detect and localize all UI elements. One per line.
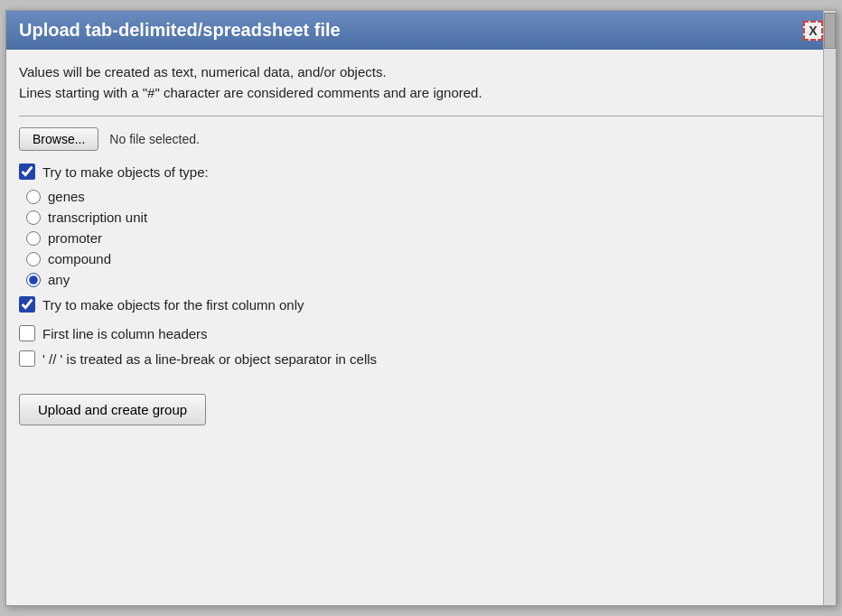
first-line-headers-label: First line is column headers: [42, 326, 208, 341]
dialog-title: Upload tab-delimited/spreadsheet file: [19, 20, 341, 41]
first-line-headers-checkbox[interactable]: [19, 325, 35, 341]
radio-promoter-label: promoter: [48, 230, 102, 246]
description-line2: Lines starting with a "#" character are …: [19, 83, 823, 104]
first-column-only-label: Try to make objects for the first column…: [42, 297, 304, 313]
line-break-checkbox[interactable]: [19, 350, 35, 367]
radio-row-transcription-unit: transcription unit: [26, 210, 823, 225]
radio-transcription-unit[interactable]: [26, 210, 41, 225]
radio-any-label: any: [48, 272, 70, 287]
make-objects-label: Try to make objects of type:: [42, 164, 209, 180]
extra-options-section: First line is column headers ' // ' is t…: [19, 325, 823, 367]
make-objects-row: Try to make objects of type:: [19, 163, 823, 180]
upload-and-create-group-button[interactable]: Upload and create group: [19, 394, 206, 425]
radio-genes[interactable]: [26, 190, 41, 204]
radio-transcription-unit-label: transcription unit: [48, 210, 147, 225]
description-block: Values will be created as text, numerica…: [6, 50, 836, 112]
radio-row-any: any: [26, 272, 823, 287]
scrollbar[interactable]: [823, 11, 836, 605]
radio-promoter[interactable]: [26, 231, 41, 246]
divider: [19, 116, 823, 117]
scrollbar-thumb[interactable]: [824, 13, 836, 49]
first-line-headers-row: First line is column headers: [19, 325, 823, 341]
radio-compound-label: compound: [48, 251, 111, 266]
line-break-label: ' // ' is treated as a line-break or obj…: [42, 351, 377, 367]
radio-any[interactable]: [26, 273, 41, 287]
object-type-radio-group: genes transcription unit promoter compou…: [26, 189, 823, 287]
content-area: Browse... No file selected. Try to make …: [6, 127, 836, 367]
radio-row-compound: compound: [26, 251, 823, 266]
no-file-label: No file selected.: [109, 132, 200, 146]
line-break-row: ' // ' is treated as a line-break or obj…: [19, 350, 823, 367]
upload-dialog: Upload tab-delimited/spreadsheet file X …: [5, 10, 837, 606]
close-button[interactable]: X: [803, 21, 823, 41]
make-objects-checkbox[interactable]: [19, 163, 35, 180]
browse-button[interactable]: Browse...: [19, 127, 98, 151]
radio-row-genes: genes: [26, 189, 823, 204]
radio-row-promoter: promoter: [26, 230, 823, 246]
first-column-only-checkbox[interactable]: [19, 296, 35, 313]
first-column-only-row: Try to make objects for the first column…: [19, 296, 823, 313]
radio-genes-label: genes: [48, 189, 85, 204]
radio-compound[interactable]: [26, 252, 41, 266]
description-line1: Values will be created as text, numerica…: [19, 62, 823, 83]
browse-row: Browse... No file selected.: [19, 127, 823, 151]
title-bar: Upload tab-delimited/spreadsheet file X: [6, 11, 836, 50]
